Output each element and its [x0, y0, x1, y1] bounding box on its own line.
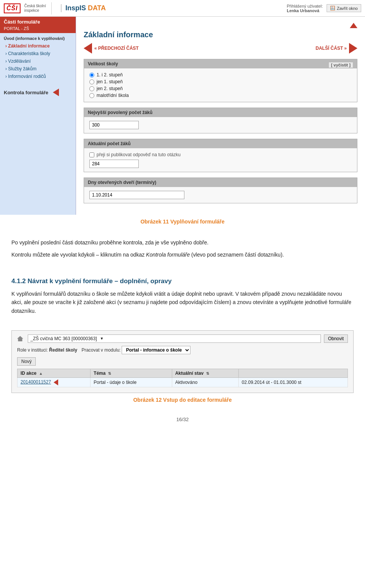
table-row: 201400011527 Portal - údaje o škole Akti…: [17, 377, 348, 387]
next-section-button[interactable]: DALŠÍ ČÁST »: [316, 43, 357, 54]
sidebar: Části formuláře PORTAL - ZŠ Úvod (inform…: [0, 17, 76, 215]
sc-obnovit-button[interactable]: Obnovit: [324, 334, 348, 343]
form-section-body-dny: [84, 187, 357, 203]
cell-tema: Portal - údaje o škole: [90, 377, 172, 387]
form-section-body-aktualni: přeji si publikovat odpověď na tuto otáz…: [84, 148, 357, 172]
sidebar-item-zakladni[interactable]: Základní informace: [0, 42, 76, 50]
id-link[interactable]: 201400011527: [21, 379, 51, 385]
sort-id-icon[interactable]: ▲: [39, 371, 43, 376]
window-icon: 🪟: [330, 6, 335, 11]
sc-role-bar: Role v instituci: Ředitel školy Pracovat…: [17, 346, 348, 354]
radio-input-jen-2[interactable]: [89, 86, 94, 91]
body-para1: Po vyplnění poslední části dotazníku pro…: [11, 238, 354, 247]
csi-text: ČŠI: [6, 5, 18, 12]
inspis-logo: InspIS DATA: [61, 4, 106, 12]
content-title: Základní informace: [84, 30, 357, 39]
radio-jen-1-stupen[interactable]: jen 1. stupeň: [89, 79, 352, 84]
form-section-body-velikost: 1. i 2. stupeň jen 1. stupeň jen 2. stup…: [84, 68, 357, 102]
form-section-header-dny: Dny otevřených dveří (termín/y): [84, 178, 357, 187]
section-412-para1: K vyplňování formulářů dotazníku o škole…: [11, 290, 354, 315]
next-arrow-icon: [349, 43, 357, 54]
scroll-up-container: [84, 23, 357, 28]
prev-section-button[interactable]: « PŘEDCHOZÍ ČÁST: [84, 43, 139, 54]
radio-malotridni[interactable]: malotřídní škola: [89, 93, 352, 98]
form-section-nejvyssi: Nejvyšší povolený počet žáků: [84, 108, 357, 133]
sidebar-item-vzdelavani[interactable]: Vzdělávání: [0, 57, 76, 65]
form-section-velikost: Velikost školy [ vyčistit ] 1. i 2. stup…: [84, 59, 357, 102]
section-412-heading: 4.1.2 Návrat k vyplnění formuláře – dopl…: [11, 277, 354, 285]
figure1-caption: Obrázek 11 Vyplňování formuláře: [0, 219, 365, 225]
input-dny-dveri[interactable]: [89, 191, 184, 199]
sidebar-section-title: Úvod (informace k vyplňování): [0, 33, 76, 42]
col-id-akce: ID akce ▲: [17, 369, 90, 377]
kontrola-arrow-icon: [53, 89, 59, 96]
col-datum: [238, 369, 348, 377]
top-bar: ČŠI Česká školní inspekce InspIS DATA Př…: [0, 0, 365, 17]
checkbox-input-publikovat[interactable]: [89, 152, 94, 157]
form-section-dny: Dny otevřených dveří (termín/y): [84, 178, 357, 203]
main-layout: Části formuláře PORTAL - ZŠ Úvod (inform…: [0, 17, 365, 215]
sc-akce-table: ID akce ▲ Téma ⇅ Aktuální stav ⇅ 2014000…: [17, 369, 348, 387]
close-window-button[interactable]: 🪟 Zavřít okno: [327, 4, 361, 12]
radio-jen-2-stupen[interactable]: jen 2. stupeň: [89, 86, 352, 91]
form-section-header-velikost: Velikost školy [ vyčistit ]: [84, 59, 357, 68]
radio-input-1-i-2[interactable]: [89, 73, 94, 78]
sort-tema-icon[interactable]: ⇅: [108, 371, 111, 376]
csi-subtitle: Česká školní inspekce: [24, 4, 46, 13]
radio-input-jen-1[interactable]: [89, 79, 94, 84]
sc-novy-button[interactable]: Nový: [17, 357, 36, 366]
body-text-area: Po vyplnění poslední části dotazníku pro…: [0, 231, 365, 271]
radio-group-velikost: 1. i 2. stupeň jen 1. stupeň jen 2. stup…: [89, 72, 352, 98]
cell-datum: 02.09.2014 út - 01.01.3000 st: [238, 377, 348, 387]
form-section-body-nejvyssi: [84, 117, 357, 133]
cell-stav: Aktivováno: [172, 377, 238, 387]
row-arrow-icon: [54, 379, 58, 385]
user-info: Přihlášený uživatel: Lenka Urbanová: [287, 4, 323, 13]
sidebar-header: Části formuláře: [0, 17, 76, 26]
sidebar-subtitle: PORTAL - ZŠ: [0, 26, 76, 33]
checkbox-publikovat[interactable]: přeji si publikovat odpověď na tuto otáz…: [89, 152, 352, 157]
sc-top-bar: _ZŠ cvičná MC 363 [000000363] ▼ Obnovit: [17, 334, 348, 343]
form-section-header-nejvyssi: Nejvyšší povolený počet žáků: [84, 108, 357, 117]
home-icon: [17, 336, 23, 341]
sc-module-select[interactable]: Portal - informace o škole: [122, 346, 190, 354]
body-para2: Kontrolu můžete ale vyvolat kdykoli – kl…: [11, 250, 354, 259]
figure2-caption: Obrázek 12 Vstup do editace formuláře: [0, 397, 365, 403]
sort-stav-icon[interactable]: ⇅: [206, 371, 209, 376]
sc-institution-select[interactable]: _ZŠ cvičná MC 363 [000000363] ▼: [28, 334, 321, 343]
scroll-up-button[interactable]: [350, 23, 357, 28]
col-stav: Aktuální stav ⇅: [172, 369, 238, 377]
sidebar-kontrola[interactable]: Kontrola formuláře: [0, 86, 76, 99]
kontrola-label: Kontrola formuláře: [4, 90, 48, 95]
prev-arrow-icon: [84, 43, 92, 54]
page-footer: 16/32: [0, 409, 365, 426]
screenshot2: _ZŠ cvičná MC 363 [000000363] ▼ Obnovit …: [11, 330, 354, 393]
input-nejvyssi-pocet[interactable]: [89, 121, 139, 129]
select-dropdown-icon: ▼: [100, 336, 104, 341]
csi-logo: ČŠI: [4, 3, 21, 13]
clear-velikost-button[interactable]: [ vyčistit ]: [328, 62, 353, 68]
form-section-aktualni: Aktuální počet žáků přeji si publikovat …: [84, 139, 357, 172]
input-aktualni-pocet[interactable]: [89, 160, 139, 168]
sidebar-item-informovani[interactable]: Informování rodičů: [0, 73, 76, 80]
cell-id: 201400011527: [17, 377, 90, 387]
col-tema: Téma ⇅: [90, 369, 172, 377]
radio-input-malotridni[interactable]: [89, 93, 94, 98]
form-section-header-aktualni: Aktuální počet žáků: [84, 139, 357, 148]
sidebar-item-charakteristika[interactable]: Charakteristika školy: [0, 50, 76, 57]
logo-area: ČŠI Česká školní inspekce InspIS DATA: [4, 2, 106, 14]
sidebar-item-sluzby[interactable]: Služby žákům: [0, 65, 76, 73]
top-bar-right: Přihlášený uživatel: Lenka Urbanová 🪟 Za…: [287, 4, 361, 13]
section-412-text: K vyplňování formulářů dotazníku o škole…: [0, 288, 365, 326]
content-area: Základní informace « PŘEDCHOZÍ ČÁST DALŠ…: [76, 17, 365, 215]
nav-arrows: « PŘEDCHOZÍ ČÁST DALŠÍ ČÁST »: [84, 43, 357, 54]
radio-1-i-2-stupen[interactable]: 1. i 2. stupeň: [89, 72, 352, 78]
